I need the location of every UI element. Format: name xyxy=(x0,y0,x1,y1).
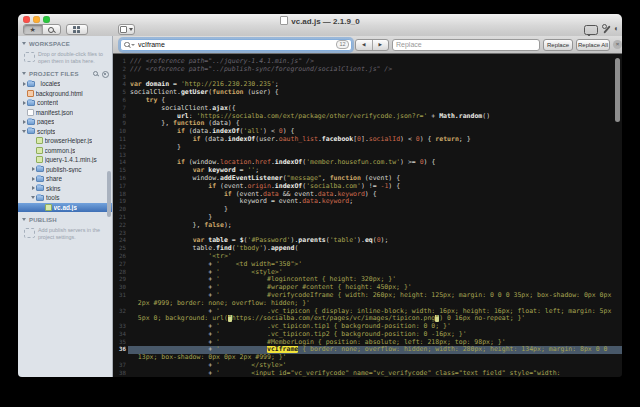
gear-icon[interactable] xyxy=(102,71,109,78)
code-row[interactable]: 12 } xyxy=(113,144,622,152)
tree-item-common.js[interactable]: common.js xyxy=(18,146,112,156)
search-input[interactable]: vcIframe 12 xyxy=(120,39,352,51)
code-row[interactable]: 2px #999; border: none; overflow: hidden… xyxy=(113,300,622,308)
code-row[interactable]: 7 socialClient.ajax({ xyxy=(113,105,622,113)
file-label: _locales xyxy=(37,80,60,87)
comment-bubble-icon[interactable] xyxy=(584,25,598,35)
replace-button[interactable]: Replace xyxy=(543,39,573,51)
chevron-down-icon xyxy=(129,28,133,31)
code-text: + ' <input id="vc_verifycode" name="vc_v… xyxy=(128,370,622,377)
code-row[interactable]: 26 '<tr>' xyxy=(113,253,622,261)
code-row[interactable]: 13 xyxy=(113,152,622,160)
code-row[interactable]: 13px; box-shadow: 0px 0px 2px #999; }' xyxy=(113,354,622,362)
js-icon xyxy=(45,204,52,211)
folder-icon xyxy=(36,176,44,182)
folder-icon xyxy=(27,100,35,106)
workspace-tab-button[interactable]: ★ xyxy=(24,25,42,34)
tree-item-share[interactable]: share xyxy=(18,174,112,184)
code-text: }, false); xyxy=(128,222,622,230)
scope-dropdown-button[interactable] xyxy=(118,24,135,35)
code-row[interactable]: 4var domain = 'http://216.230.230.235'; xyxy=(113,81,622,89)
code-row[interactable]: 27 + ' <td width="350">' xyxy=(113,261,622,269)
code-row[interactable]: 10 if (data.indexOf('all') < 0) { xyxy=(113,128,622,136)
tree-item-browserHelper.js[interactable]: browserHelper.js xyxy=(18,136,112,146)
find-next-button[interactable]: ▶ xyxy=(372,40,389,50)
line-number: 22 xyxy=(113,222,128,230)
code-row[interactable]: 38 + ' <input id="vc_verifycode" name="v… xyxy=(113,370,622,377)
navigator-tab-button[interactable] xyxy=(42,25,61,34)
tree-item-publish-sync[interactable]: publish-sync xyxy=(18,165,112,175)
project-files-section-header[interactable]: PROJECT FILES xyxy=(18,69,112,78)
code-row[interactable]: 33 + ' .vc_tipicon.tip1 { background-pos… xyxy=(113,323,622,331)
folder-icon xyxy=(27,119,35,125)
code-row[interactable]: 8 url: 'https://socialba.com/ext/package… xyxy=(113,113,622,121)
code-row[interactable]: 9 }, function (data) { xyxy=(113,120,622,128)
tree-item-content[interactable]: content xyxy=(18,98,112,108)
find-previous-button[interactable]: ◀ xyxy=(356,40,372,50)
code-row[interactable]: 23 xyxy=(113,230,622,238)
file-label: publish-sync xyxy=(46,166,82,173)
code-row[interactable]: 18 if (event.data && event.data.keyword)… xyxy=(113,191,622,199)
replace-all-button[interactable]: Replace All xyxy=(576,39,610,51)
filter-search-icon[interactable] xyxy=(92,70,99,77)
projects-button[interactable] xyxy=(66,24,88,35)
tree-item-tools[interactable]: tools xyxy=(18,193,112,203)
code-row[interactable]: 34 + ' .vc_tipicon.tip2 { background-pos… xyxy=(113,331,622,339)
code-editor[interactable]: 1/// <reference path="../jquery-1.4.1.mi… xyxy=(113,54,622,377)
tree-item-jquery-1.4.1.min.js[interactable]: jquery-1.4.1.min.js xyxy=(18,155,112,165)
code-row[interactable]: 36 + ' vcIframe { border: none; overflow… xyxy=(113,346,622,354)
contrast-toggle-icon[interactable]: ◐ xyxy=(614,25,619,33)
tree-item-skins[interactable]: skins xyxy=(18,184,112,194)
file-label: tools xyxy=(46,194,60,201)
code-row[interactable]: 22 }, false); xyxy=(113,222,622,230)
code-row[interactable]: 19 keyword = event.data.keyword; xyxy=(113,198,622,206)
code-row[interactable]: 30 + ' #wrapper #content { height: 450px… xyxy=(113,284,622,292)
code-row[interactable]: 20 } xyxy=(113,206,622,214)
code-row[interactable]: 28 + ' <style>' xyxy=(113,269,622,277)
code-row[interactable]: 16 window.addEventListener("message", fu… xyxy=(113,175,622,183)
tree-item-manifest.json[interactable]: manifest.json xyxy=(18,108,112,118)
tree-item-pages[interactable]: pages xyxy=(18,117,112,127)
tree-item-_locales[interactable]: _locales xyxy=(18,79,112,89)
code-row[interactable]: 5px 0; background: url(“https://socialba… xyxy=(113,315,622,323)
workspace-section-header[interactable]: WORKSPACE xyxy=(18,39,112,48)
code-text: if (window.location.href.indexOf('member… xyxy=(128,159,622,167)
code-row[interactable]: 2/// <reference path="../publish-sync/fo… xyxy=(113,66,622,74)
line-number: 5 xyxy=(113,89,128,97)
window-title: vc.ad.js — 2.1.9_0 xyxy=(18,16,622,26)
code-row[interactable]: 32 + ' .vc_tipicon { display: inline-blo… xyxy=(113,308,622,316)
disclosure-triangle-icon xyxy=(22,72,26,75)
wrench-icon[interactable] xyxy=(602,25,612,35)
code-row[interactable]: 29 + ' #logincontent { height: 320px; }' xyxy=(113,276,622,284)
code-row[interactable]: 3 xyxy=(113,74,622,82)
code-row[interactable]: 17 if (event.origin.indexOf('socialba.co… xyxy=(113,183,622,191)
publish-section-header[interactable]: PUBLISH xyxy=(18,215,112,224)
code-row[interactable]: 14 if (window.location.href.indexOf('mem… xyxy=(113,159,622,167)
code-text: + ' #wrapper #content { height: 450px; }… xyxy=(128,284,622,292)
code-row[interactable]: 35 + ' #MemberLogin { position: absolute… xyxy=(113,339,622,347)
file-label: skins xyxy=(46,185,61,192)
code-row[interactable]: 21 } xyxy=(113,214,622,222)
code-text: 5px 0; background: url(“https://socialba… xyxy=(128,315,622,323)
tree-item-scripts[interactable]: scripts xyxy=(18,127,112,137)
disclosure-triangle-icon xyxy=(22,218,26,221)
tree-item-vc.ad.js[interactable]: vc.ad.js xyxy=(18,203,112,213)
code-row[interactable]: 6 try { xyxy=(113,97,622,105)
code-text: if (data.indexOf('all') < 0) { xyxy=(128,128,622,136)
code-row[interactable]: 11 if (data.indexOf(user.oauth_list.face… xyxy=(113,136,622,144)
sidebar-scrollbar-thumb[interactable] xyxy=(107,171,111,217)
search-options-chevron-icon[interactable] xyxy=(131,44,135,46)
code-row[interactable]: 15 var keyword = ''; xyxy=(113,167,622,175)
replace-input[interactable]: Replace xyxy=(392,39,540,51)
add-server-icon xyxy=(24,228,35,238)
code-row[interactable]: 31 + ' #verifycodeIframe { width: 260px;… xyxy=(113,292,622,300)
folder-icon xyxy=(36,166,44,172)
tree-item-background.html[interactable]: background.html xyxy=(18,89,112,99)
close-findbar-button[interactable]: × xyxy=(613,40,622,49)
code-row[interactable]: 5socialClient.getUser(function (user) { xyxy=(113,89,622,97)
code-row[interactable]: 24 var table = $('#Password').parents('t… xyxy=(113,237,622,245)
code-row[interactable]: 25 table.find('tbody').append( xyxy=(113,245,622,253)
code-row[interactable]: 1/// <reference path="../jquery-1.4.1.mi… xyxy=(113,58,622,66)
code-row[interactable]: 37 + ' </style>' xyxy=(113,362,622,370)
editor-scrollbar-thumb[interactable] xyxy=(615,58,620,122)
